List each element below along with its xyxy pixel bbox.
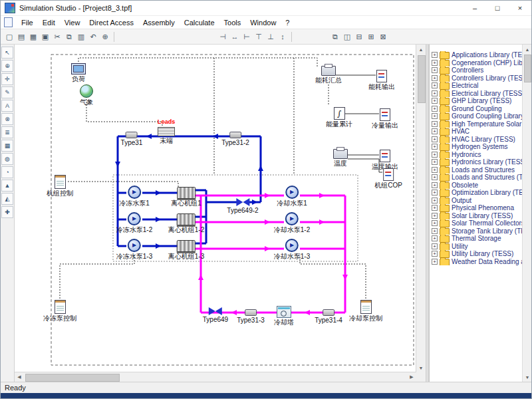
menu-item[interactable]: ?: [281, 17, 294, 28]
component-chw-pump-3[interactable]: 冷冻水泵1-3: [116, 239, 152, 260]
expand-icon[interactable]: [432, 174, 438, 180]
canvas-vertical-scrollbar[interactable]: ▲ ▼: [416, 45, 426, 372]
component-type31[interactable]: Type31: [121, 132, 143, 146]
library-tree-item[interactable]: Applications Library (TESS): [432, 51, 522, 59]
library-tree-item[interactable]: Controllers: [432, 66, 522, 74]
library-tree-item[interactable]: Hydronics Library (TESS): [432, 158, 522, 166]
scroll-up-icon[interactable]: ▲: [416, 45, 426, 54]
library-tree-item[interactable]: Loads and Structures (TESS): [432, 174, 522, 182]
expand-icon[interactable]: [432, 228, 438, 234]
component-type31-2[interactable]: Type31-2: [221, 132, 249, 146]
expand-icon[interactable]: [432, 113, 438, 119]
component-chiller-3[interactable]: 离心机组1-3: [168, 240, 204, 260]
scroll-down-icon[interactable]: ▼: [416, 363, 426, 372]
expand-icon[interactable]: [432, 121, 438, 127]
library-tree-item[interactable]: Storage Tank Library (TESS): [432, 227, 522, 235]
grid-tool-icon[interactable]: ▦: [1, 140, 13, 152]
expand-icon[interactable]: [432, 213, 438, 219]
align-right-icon[interactable]: ⊢: [241, 31, 253, 43]
library-tree-item[interactable]: HVAC Library (TESS): [432, 136, 522, 144]
component-chw-pump-control[interactable]: 冷冻泵控制: [43, 300, 76, 322]
copy-icon[interactable]: ⧉: [63, 31, 75, 43]
library-tree-item[interactable]: Cogeneration (CHP) Library (TESS): [432, 59, 522, 67]
library-tree-item[interactable]: GHP Library (TESS): [432, 97, 522, 105]
component-load[interactable]: 负荷: [71, 63, 86, 82]
distribute-icon[interactable]: ↕: [277, 31, 289, 43]
clock-tool-icon[interactable]: ◔: [1, 166, 13, 178]
expand-icon[interactable]: [432, 243, 438, 249]
expand-icon[interactable]: [432, 82, 438, 88]
new-file-icon[interactable]: ▢: [3, 31, 15, 43]
library-tree-item[interactable]: Utility: [432, 243, 522, 251]
component-temperature[interactable]: 温度: [333, 149, 348, 167]
menu-item[interactable]: View: [60, 17, 85, 28]
library-tree-item[interactable]: Solar Library (TESS): [432, 212, 522, 220]
cut-icon[interactable]: ✂: [51, 31, 63, 43]
library-tree-item[interactable]: Controllers Library (TESS): [432, 74, 522, 82]
component-cw-pump-control[interactable]: 冷却泵控制: [349, 300, 382, 322]
library-tree-item[interactable]: Weather Data Reading and Process: [432, 258, 522, 266]
library-tree-item[interactable]: Electrical Library (TESS): [432, 90, 522, 98]
library-tree-item[interactable]: Optimization Library (TESS): [432, 189, 522, 197]
expand-icon[interactable]: [432, 152, 438, 158]
expand-icon[interactable]: [432, 98, 438, 104]
align-bottom-icon[interactable]: ⊥: [265, 31, 277, 43]
component-weather[interactable]: 气象: [80, 84, 93, 106]
tile-horizontal-icon[interactable]: ⊟: [353, 31, 365, 43]
scroll-right-icon[interactable]: ▶: [407, 372, 416, 382]
component-chiller-1[interactable]: 离心机组1: [171, 187, 201, 207]
open-file-icon[interactable]: ▤: [15, 31, 27, 43]
component-type649[interactable]: Type649: [203, 307, 228, 323]
expand-icon[interactable]: [432, 90, 438, 96]
library-tree-item[interactable]: HVAC: [432, 128, 522, 136]
run-tool-icon[interactable]: ▲: [1, 180, 13, 192]
close-window-icon[interactable]: ⊠: [377, 31, 389, 43]
expand-icon[interactable]: [432, 106, 438, 112]
print-icon[interactable]: ▣: [39, 31, 51, 43]
library-tree-item[interactable]: Hydrogen Systems: [432, 143, 522, 151]
scroll-up-icon[interactable]: ▲: [523, 45, 531, 54]
library-tree-item[interactable]: Solar Thermal Collectors: [432, 219, 522, 227]
scroll-down-icon[interactable]: ▼: [523, 372, 531, 382]
component-chw-pump-1[interactable]: 冷冻水泵1: [119, 186, 150, 207]
component-type649-2[interactable]: Type649-2: [227, 198, 258, 214]
expand-icon[interactable]: [432, 182, 438, 188]
library-tree-item[interactable]: Loads and Structures: [432, 166, 522, 174]
maximize-button[interactable]: □: [486, 1, 509, 15]
component-type31-4[interactable]: Type31-4: [315, 309, 342, 324]
expand-icon[interactable]: [432, 128, 438, 134]
library-tree-item[interactable]: Obsolete: [432, 182, 522, 190]
menu-item[interactable]: Assembly: [138, 17, 180, 28]
menu-item[interactable]: Calculate: [180, 17, 219, 28]
component-cop-output[interactable]: 机组COP: [374, 168, 402, 189]
align-center-icon[interactable]: ↔: [229, 31, 241, 43]
scrollbar-thumb[interactable]: [418, 55, 426, 103]
align-top-icon[interactable]: ⊤: [253, 31, 265, 43]
canvas-horizontal-scrollbar[interactable]: ◀ ▶: [15, 372, 416, 382]
save-icon[interactable]: ▦: [27, 31, 39, 43]
menu-item[interactable]: File: [17, 17, 38, 28]
scroll-left-icon[interactable]: ◀: [15, 372, 24, 382]
undo-icon[interactable]: ↶: [87, 31, 99, 43]
component-cw-pump-3[interactable]: 冷却水泵1-3: [274, 239, 310, 260]
expand-icon[interactable]: [432, 60, 438, 66]
library-tree-item[interactable]: Physical Phenomena: [432, 204, 522, 212]
library-tree-item[interactable]: Hydronics: [432, 151, 522, 159]
component-cw-pump-1[interactable]: 冷却水泵1: [277, 186, 307, 207]
expand-icon[interactable]: [432, 205, 438, 211]
library-tree-item[interactable]: High Temperature Solar (TESS): [432, 120, 522, 128]
minimize-button[interactable]: –: [464, 1, 486, 15]
scrollbar-thumb[interactable]: [25, 374, 120, 382]
expand-icon[interactable]: [432, 67, 438, 73]
menu-item[interactable]: Window: [245, 17, 281, 28]
list-tool-icon[interactable]: ≣: [1, 126, 13, 138]
expand-icon[interactable]: [432, 190, 438, 196]
expand-icon[interactable]: [432, 159, 438, 165]
menu-item[interactable]: Tools: [219, 17, 246, 28]
component-cw-pump-2[interactable]: 冷却水泵1-2: [274, 212, 310, 233]
expand-icon[interactable]: [432, 251, 438, 257]
color-tool-icon[interactable]: ◍: [1, 153, 13, 165]
component-cooling-tower[interactable]: 冷却塔: [274, 306, 294, 326]
library-scrollbar[interactable]: ▲ ▼: [522, 45, 531, 382]
paste-icon[interactable]: ▥: [75, 31, 87, 43]
